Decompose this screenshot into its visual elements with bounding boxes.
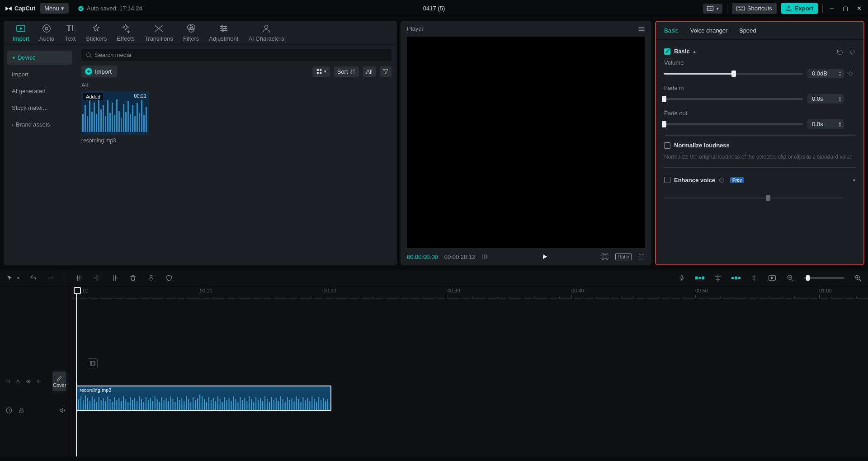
fadein-slider[interactable] (664, 98, 803, 100)
mute-icon[interactable] (59, 407, 66, 414)
eye-icon[interactable] (26, 379, 32, 384)
normalize-header[interactable]: Normalize loudness (664, 142, 855, 149)
menu-button[interactable]: Menu ▾ (40, 3, 69, 14)
tab-transitions[interactable]: Transitions (145, 24, 173, 42)
keyframe-icon[interactable] (849, 49, 855, 55)
pointer-tool[interactable] (5, 273, 14, 282)
sidebar-item-import[interactable]: Import (7, 67, 72, 81)
tab-text[interactable]: TI Text (64, 24, 76, 42)
mic-tool[interactable] (677, 273, 686, 282)
shortcuts-button[interactable]: Shortcuts (732, 3, 777, 14)
fullscreen-icon[interactable] (638, 253, 645, 260)
redo-button[interactable] (47, 273, 56, 282)
sidebar-item-brand-assets[interactable]: ▸Brand assets (7, 118, 72, 132)
collapse-icon[interactable] (5, 378, 10, 385)
maximize-button[interactable]: ▢ (841, 5, 850, 12)
split-tool[interactable] (74, 273, 83, 282)
minimize-button[interactable]: ─ (827, 5, 836, 12)
fadeout-slider[interactable] (664, 123, 803, 125)
svg-rect-166 (294, 401, 295, 410)
zoom-slider[interactable] (804, 277, 844, 279)
sort-button[interactable]: Sort (334, 66, 359, 77)
tab-speed[interactable]: Speed (739, 27, 756, 34)
svg-rect-16 (316, 72, 318, 74)
sidebar-item-device[interactable]: ▼Device (7, 51, 72, 65)
tab-audio[interactable]: Audio (39, 24, 54, 42)
playhead[interactable] (76, 287, 77, 456)
scale-icon[interactable] (601, 253, 609, 261)
filter-button[interactable] (380, 66, 392, 77)
time-ruler[interactable]: 00:00 00:10 00:20 00:30 00:40 00:50 01:0… (72, 287, 868, 299)
sidebar-item-stock-material[interactable]: Stock mater... (7, 101, 72, 115)
undo-button[interactable] (28, 273, 38, 282)
fadeout-value[interactable]: 0.0s▲▼ (807, 119, 844, 129)
svg-rect-41 (134, 116, 136, 132)
basic-group-header[interactable]: ✓ Basic ▴ (664, 48, 696, 55)
filter-all-button[interactable]: All (363, 66, 376, 77)
play-button[interactable] (541, 253, 548, 261)
lock-icon[interactable] (18, 407, 24, 414)
hamburger-icon[interactable] (638, 26, 645, 32)
svg-rect-144 (244, 398, 245, 410)
sidebar-item-ai-generated[interactable]: AI generated (7, 84, 72, 98)
svg-rect-21 (89, 100, 90, 132)
layout-button[interactable]: ▾ (703, 4, 722, 14)
search-input[interactable]: Search media (81, 49, 392, 61)
svg-rect-133 (220, 399, 221, 410)
mute-icon[interactable] (37, 378, 42, 385)
export-button[interactable]: Export (781, 3, 818, 14)
marker-tool[interactable] (146, 273, 156, 282)
svg-rect-40 (132, 105, 133, 132)
clock-icon[interactable] (5, 407, 13, 414)
svg-rect-93 (130, 397, 131, 410)
cover-button[interactable]: Cover (52, 372, 66, 391)
tab-import[interactable]: Import (13, 24, 29, 42)
keyframe-icon[interactable] (848, 71, 855, 76)
lock-icon[interactable] (16, 378, 20, 385)
svg-rect-50 (603, 255, 607, 259)
tab-stickers[interactable]: Stickers (86, 24, 107, 42)
link-tool[interactable] (750, 273, 759, 282)
svg-rect-106 (159, 402, 160, 410)
volume-value[interactable]: 0.0dB▲▼ (807, 69, 844, 78)
align-tool[interactable] (713, 273, 722, 282)
tab-adjustment[interactable]: Adjustment (209, 24, 238, 42)
delete-tool[interactable] (128, 273, 137, 282)
tab-basic[interactable]: Basic (664, 27, 679, 34)
video-strip-icon (88, 358, 98, 368)
shield-tool[interactable] (165, 273, 174, 282)
view-mode-button[interactable]: ▾ (312, 66, 330, 77)
svg-rect-180 (325, 401, 326, 410)
timeline-tracks[interactable]: 00:00 00:10 00:20 00:30 00:40 00:50 01:0… (72, 287, 868, 456)
tab-effects[interactable]: Effects (117, 24, 135, 42)
magnet-aux-tool[interactable] (731, 273, 741, 282)
media-clip[interactable]: Added 00:21 recording.mp3 (81, 91, 149, 144)
enhance-voice-header[interactable]: Enhance voice Free (664, 177, 744, 183)
split-right-tool[interactable] (110, 273, 119, 282)
volume-slider[interactable] (664, 73, 803, 75)
tab-voice-changer[interactable]: Voice changer (690, 27, 727, 34)
split-left-tool[interactable] (92, 273, 101, 282)
svg-point-10 (225, 28, 226, 29)
tab-ai-characters[interactable]: AI Characters (248, 24, 284, 42)
chevron-down-icon[interactable]: ▾ (17, 276, 19, 280)
svg-rect-159 (278, 401, 279, 410)
audio-clip[interactable]: recording.mp3 (76, 386, 331, 411)
zoom-in-button[interactable] (854, 273, 863, 282)
zoom-out-button[interactable] (786, 273, 795, 282)
preview-tool[interactable] (768, 273, 777, 282)
player-viewport[interactable] (407, 37, 645, 248)
quality-icon[interactable] (481, 254, 489, 260)
fadein-value[interactable]: 0.0s▲▼ (807, 94, 844, 103)
import-button[interactable]: + Import (81, 66, 117, 77)
balance-slider[interactable] (664, 197, 844, 199)
svg-rect-97 (139, 396, 140, 410)
svg-rect-136 (226, 400, 227, 410)
ratio-button[interactable]: Ratio (615, 253, 632, 260)
svg-rect-139 (233, 396, 234, 410)
close-button[interactable]: ✕ (854, 5, 863, 12)
reset-icon[interactable] (836, 49, 844, 56)
svg-rect-22 (91, 112, 93, 132)
magnet-main-tool[interactable] (695, 273, 704, 282)
tab-filters[interactable]: Filters (183, 24, 199, 42)
